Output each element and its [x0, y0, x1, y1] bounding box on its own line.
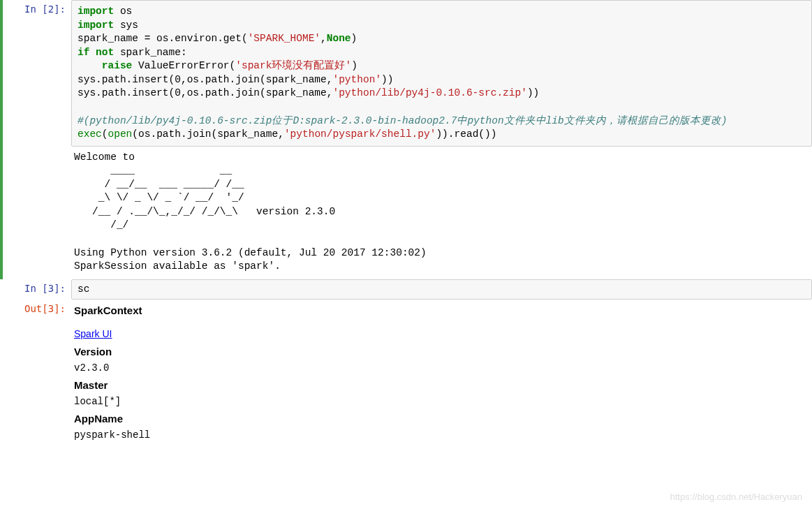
master-value: local[*]: [74, 394, 809, 409]
version-value: v2.3.0: [74, 360, 809, 376]
sparkcontext-title: SparkContext: [74, 302, 809, 319]
stdout-output-2: Welcome to ____ __ / __/__ ___ _____/ /_…: [71, 147, 812, 274]
appname-heading: AppName: [74, 411, 809, 427]
notebook-cell-3: In [3]: sc: [0, 279, 812, 300]
in-prompt-3: In [3]:: [3, 279, 71, 300]
code-input-2[interactable]: import os import sys spark_name = os.env…: [71, 0, 812, 147]
version-heading: Version: [74, 344, 809, 360]
spark-ui-link[interactable]: Spark UI: [74, 328, 112, 339]
out-prompt-3: Out[3]:: [3, 300, 71, 450]
in-prompt-2: In [2]:: [3, 0, 71, 279]
code-input-3[interactable]: sc: [71, 279, 812, 300]
appname-value: pyspark-shell: [74, 427, 809, 443]
notebook-cell-2: In [2]: import os import sys spark_name …: [0, 0, 812, 279]
notebook-cell-3-output: Out[3]: SparkContext Spark UI Version v2…: [0, 300, 812, 450]
rich-output-3: SparkContext Spark UI Version v2.3.0 Mas…: [71, 300, 812, 450]
master-heading: Master: [74, 377, 809, 394]
